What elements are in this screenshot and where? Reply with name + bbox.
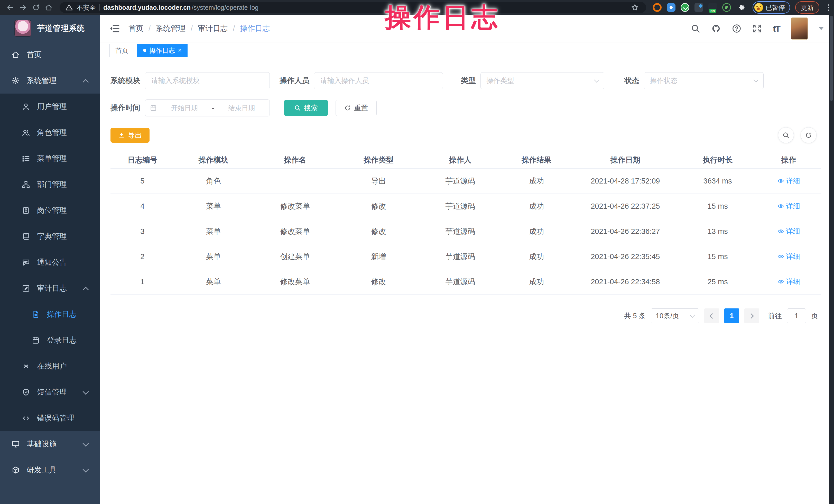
ext-icon-diamond[interactable] [695, 3, 703, 12]
sidebar-item-dict[interactable]: 字典管理 [0, 223, 100, 249]
sidebar-item-home[interactable]: 首页 [0, 42, 100, 68]
module-input[interactable] [145, 72, 270, 89]
sidebar-item-operate-log[interactable]: 操作日志 [0, 301, 100, 327]
sidebar-item-sms[interactable]: 短信管理 [0, 379, 100, 405]
sidebar-item-posts[interactable]: 岗位管理 [0, 197, 100, 223]
status-select[interactable]: 操作状态 [644, 72, 764, 89]
search-icon [782, 132, 790, 139]
page-scrollbar[interactable] [829, 15, 834, 504]
breadcrumb-item[interactable]: 首页 [129, 23, 144, 34]
extensions-puzzle-icon[interactable] [736, 2, 747, 13]
help-icon[interactable] [732, 24, 742, 34]
ext-icon-green-check[interactable] [681, 3, 689, 12]
sidebar-item-label: 用户管理 [37, 102, 67, 112]
search-button-label: 搜索 [304, 103, 318, 113]
sidebar-item-notice[interactable]: 通知公告 [0, 249, 100, 275]
detail-link[interactable]: 详细 [777, 227, 800, 236]
sidebar-item-login-log[interactable]: 登录日志 [0, 327, 100, 353]
sidebar-item-menus[interactable]: 菜单管理 [0, 146, 100, 171]
filter-row-1: 系统模块 操作人员 类型 操作类型 状态 操作状态 [110, 72, 821, 89]
detail-link[interactable]: 详细 [777, 252, 800, 261]
cell-duration: 25 ms [679, 278, 757, 286]
eye-icon [777, 203, 784, 210]
browser-menu-icon[interactable] [828, 4, 829, 11]
toggle-search-button[interactable] [778, 127, 794, 143]
cell-result: 成功 [501, 176, 572, 186]
org-tree-icon [22, 180, 30, 189]
end-date-placeholder: 结束日期 [218, 104, 265, 113]
cell-operator: 芋道源码 [419, 226, 501, 237]
user-menu-caret-icon[interactable] [818, 27, 824, 30]
pagination: 共 5 条 10条/页 1 前往 页 [110, 308, 821, 323]
ext-icon-darkreader[interactable]: on [708, 3, 717, 12]
sidebar-item-label: 短信管理 [37, 387, 67, 397]
page-number-button[interactable]: 1 [724, 308, 739, 323]
collapse-sidebar-icon[interactable] [109, 23, 120, 34]
detail-link[interactable]: 详细 [777, 176, 800, 185]
security-label: 不安全 [76, 3, 96, 12]
browser-update-button[interactable]: 更新 [795, 1, 819, 14]
goto-page-input[interactable] [787, 308, 806, 323]
browser-forward-icon[interactable] [18, 2, 29, 13]
export-button[interactable]: 导出 [110, 128, 150, 143]
reset-button[interactable]: 重置 [335, 100, 377, 116]
sidebar-item-users[interactable]: 用户管理 [0, 93, 100, 119]
github-icon[interactable] [711, 24, 721, 34]
prev-page-button[interactable] [704, 308, 719, 323]
close-tab-icon[interactable]: × [178, 47, 182, 53]
sidebar-item-infra[interactable]: 基础设施 [0, 431, 100, 457]
operator-input[interactable] [314, 72, 443, 89]
bookmark-star-icon[interactable] [629, 2, 640, 13]
browser-reload-icon[interactable] [30, 2, 42, 13]
sidebar-item-errorcode[interactable]: 错误码管理 [0, 405, 100, 431]
detail-link[interactable]: 详细 [777, 277, 800, 286]
cell-op-name: 修改菜单 [253, 201, 338, 212]
breadcrumb-item[interactable]: 系统管理 [156, 23, 185, 34]
next-page-button[interactable] [744, 308, 759, 323]
goto-label: 前往 [768, 311, 782, 321]
table-row: 5 角色 导出 芋道源码 成功 2021-04-28 17:52:09 3634… [110, 169, 821, 194]
scrollbar-thumb[interactable] [830, 16, 833, 101]
sidebar-item-label: 基础设施 [27, 439, 57, 449]
font-size-icon[interactable]: tT [773, 24, 780, 34]
cell-operator: 芋道源码 [419, 176, 501, 186]
sidebar-item-audit-log[interactable]: 审计日志 [0, 275, 100, 301]
search-button[interactable]: 搜索 [284, 100, 328, 116]
user-avatar[interactable] [791, 18, 808, 40]
sidebar-item-depts[interactable]: 部门管理 [0, 171, 100, 197]
sidebar-item-label: 菜单管理 [37, 153, 67, 164]
ext-icon-pin[interactable] [667, 3, 676, 12]
address-bar[interactable]: 不安全 dashboard.yudao.iocoder.cn /system/l… [60, 2, 646, 13]
table-option-buttons [778, 127, 816, 143]
chevron-down-icon [83, 466, 89, 473]
sidebar-item-online-users[interactable]: 在线用户 [0, 353, 100, 379]
refresh-table-button[interactable] [800, 127, 816, 143]
browser-back-icon[interactable] [5, 2, 16, 13]
browser-home-icon[interactable] [43, 2, 54, 13]
tab-home[interactable]: 首页 [109, 44, 134, 57]
profile-paused-pill[interactable]: 已暂停 [752, 1, 790, 14]
search-icon[interactable] [690, 24, 700, 34]
extension-area: on 已暂停 更新 [653, 1, 829, 14]
cell-result: 成功 [501, 226, 572, 237]
app-logo-row[interactable]: 芋道管理系统 [0, 15, 100, 42]
table-row: 3 菜单 修改菜单 修改 芋道源码 成功 2021-04-26 22:36:27… [110, 219, 821, 244]
page-size-select[interactable]: 10条/页 [651, 308, 699, 323]
fullscreen-icon[interactable] [752, 24, 762, 34]
ext-icon-leaf[interactable] [722, 3, 731, 12]
chevron-down-icon [594, 78, 599, 83]
ext-icon-ring[interactable] [653, 3, 662, 12]
cell-operator: 芋道源码 [419, 201, 501, 212]
cell-date: 2021-04-26 22:36:27 [572, 227, 679, 236]
date-range-input[interactable]: 开始日期 - 结束日期 [145, 100, 270, 116]
badge-icon [22, 206, 30, 215]
sidebar-item-label: 岗位管理 [37, 205, 67, 216]
sidebar-item-roles[interactable]: 角色管理 [0, 119, 100, 146]
cell-date: 2021-04-28 17:52:09 [572, 177, 679, 185]
detail-link[interactable]: 详细 [777, 201, 800, 211]
breadcrumb-item[interactable]: 审计日志 [198, 23, 228, 34]
tab-operate-log[interactable]: 操作日志 × [137, 44, 188, 57]
sidebar-item-system[interactable]: 系统管理 [0, 68, 100, 93]
type-select[interactable]: 操作类型 [480, 72, 604, 89]
sidebar-item-devtools[interactable]: 研发工具 [0, 457, 100, 483]
